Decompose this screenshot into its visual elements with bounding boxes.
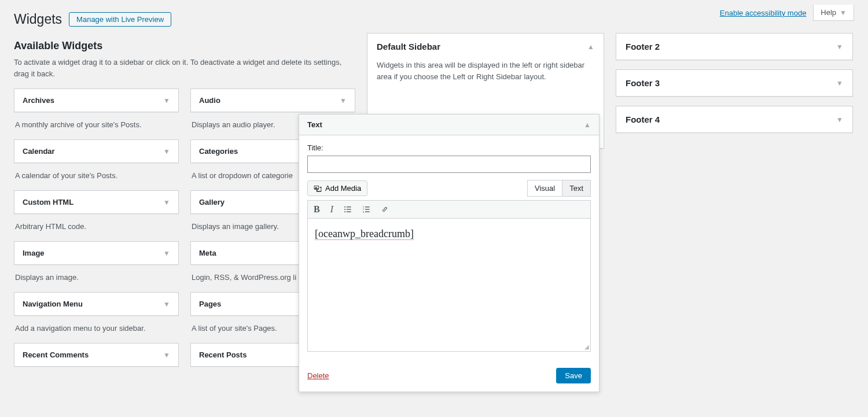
footer-panel-title: Footer 2 bbox=[626, 42, 660, 51]
chevron-down-icon: ▼ bbox=[163, 249, 170, 257]
footer-3-panel[interactable]: Footer 3 ▼ bbox=[616, 69, 853, 97]
link-icon bbox=[381, 205, 389, 213]
footer-panel-title: Footer 4 bbox=[626, 115, 660, 124]
live-preview-button[interactable]: Manage with Live Preview bbox=[69, 12, 171, 27]
bullet-list-icon bbox=[344, 205, 352, 213]
svg-rect-3 bbox=[347, 209, 351, 209]
link-button[interactable] bbox=[381, 205, 389, 213]
numbered-list-button[interactable]: 123 bbox=[362, 205, 370, 213]
chevron-up-icon: ▲ bbox=[584, 121, 591, 129]
widget-image[interactable]: Image▼ bbox=[14, 241, 179, 265]
save-button[interactable]: Save bbox=[556, 368, 591, 383]
svg-point-0 bbox=[344, 206, 345, 208]
text-widget-header[interactable]: Text ▲ bbox=[299, 115, 599, 135]
bullet-list-button[interactable] bbox=[344, 205, 352, 213]
shortcode-text: [oceanwp_breadcrumb] bbox=[315, 228, 414, 240]
italic-button[interactable]: I bbox=[330, 204, 333, 215]
chevron-down-icon: ▼ bbox=[340, 97, 347, 105]
chevron-down-icon: ▼ bbox=[836, 116, 843, 124]
bold-button[interactable]: B bbox=[314, 204, 320, 215]
widget-recent-comments[interactable]: Recent Comments▼ bbox=[14, 343, 179, 367]
delete-link[interactable]: Delete bbox=[307, 371, 329, 380]
widget-desc: Arbitrary HTML code. bbox=[14, 220, 179, 234]
help-button[interactable]: Help ▼ bbox=[813, 5, 854, 21]
default-sidebar-title: Default Sidebar bbox=[377, 42, 440, 51]
chevron-down-icon: ▼ bbox=[163, 351, 170, 359]
widget-desc: Add a navigation menu to your sidebar. bbox=[14, 322, 179, 336]
tab-visual[interactable]: Visual bbox=[527, 180, 562, 197]
chevron-down-icon: ▼ bbox=[163, 97, 170, 105]
widget-desc: A monthly archive of your site's Posts. bbox=[14, 118, 179, 132]
default-sidebar-toggle[interactable]: Default Sidebar ▲ bbox=[367, 34, 604, 60]
editor-content[interactable]: [oceanwp_breadcrumb] ◢ bbox=[307, 219, 591, 352]
svg-rect-9 bbox=[365, 209, 370, 209]
title-input[interactable] bbox=[307, 156, 591, 173]
numbered-list-icon: 123 bbox=[362, 205, 370, 213]
editor-toolbar: B I 123 bbox=[307, 200, 591, 219]
chevron-down-icon: ▼ bbox=[836, 79, 843, 87]
chevron-up-icon: ▲ bbox=[587, 43, 594, 51]
available-widgets-title: Available Widgets bbox=[14, 33, 355, 52]
default-sidebar-desc: Widgets in this area will be displayed i… bbox=[367, 60, 604, 90]
media-icon bbox=[314, 184, 322, 193]
widget-custom-html[interactable]: Custom HTML▼ bbox=[14, 190, 179, 214]
chevron-down-icon: ▼ bbox=[836, 43, 843, 51]
svg-rect-11 bbox=[365, 212, 370, 212]
page-title: Widgets bbox=[14, 12, 62, 27]
available-widgets-desc: To activate a widget drag it to a sideba… bbox=[14, 57, 355, 79]
widget-archives[interactable]: Archives▼ bbox=[14, 88, 179, 112]
svg-point-4 bbox=[344, 211, 345, 212]
chevron-down-icon: ▼ bbox=[163, 300, 170, 308]
text-widget-editor: Text ▲ Title: Add Media Visual Text B I … bbox=[299, 114, 599, 392]
svg-rect-5 bbox=[347, 212, 351, 212]
svg-rect-7 bbox=[365, 206, 370, 207]
help-label: Help bbox=[821, 8, 836, 17]
chevron-down-icon: ▼ bbox=[840, 9, 847, 17]
svg-rect-1 bbox=[347, 206, 351, 207]
add-media-button[interactable]: Add Media bbox=[307, 180, 367, 196]
title-label: Title: bbox=[307, 143, 591, 152]
footer-4-panel[interactable]: Footer 4 ▼ bbox=[616, 106, 853, 133]
widget-desc: Displays an image. bbox=[14, 271, 179, 285]
widget-calendar[interactable]: Calendar▼ bbox=[14, 139, 179, 163]
widget-desc: A calendar of your site's Posts. bbox=[14, 169, 179, 183]
add-media-label: Add Media bbox=[325, 184, 361, 193]
footer-panel-title: Footer 3 bbox=[626, 78, 660, 88]
footer-2-panel[interactable]: Footer 2 ▼ bbox=[616, 33, 853, 60]
widget-navigation-menu[interactable]: Navigation Menu▼ bbox=[14, 292, 179, 316]
chevron-down-icon: ▼ bbox=[163, 147, 170, 156]
widget-audio[interactable]: Audio▼ bbox=[190, 88, 355, 112]
svg-point-2 bbox=[344, 209, 345, 210]
tab-text[interactable]: Text bbox=[562, 180, 591, 197]
chevron-down-icon: ▼ bbox=[163, 198, 170, 206]
svg-text:3: 3 bbox=[363, 211, 365, 213]
text-widget-title: Text bbox=[307, 120, 322, 129]
enable-accessibility-link[interactable]: Enable accessibility mode bbox=[720, 9, 807, 17]
resize-handle-icon[interactable]: ◢ bbox=[584, 344, 589, 350]
